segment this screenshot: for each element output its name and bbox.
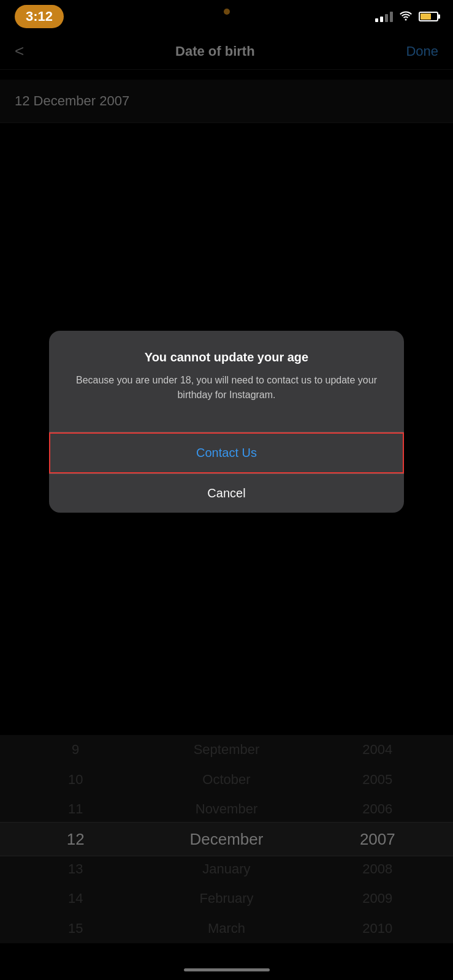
modal-message: Because you are under 18, you will need … [66, 373, 387, 402]
contact-us-button[interactable]: Contact Us [49, 432, 404, 473]
modal-title: You cannot update your age [66, 350, 387, 364]
wifi-icon [399, 10, 413, 24]
modal-body: You cannot update your age Because you a… [49, 331, 404, 417]
status-bar: 3:12 [0, 0, 453, 33]
status-right [375, 10, 438, 24]
cancel-button[interactable]: Cancel [49, 474, 404, 513]
signal-icon [375, 11, 393, 22]
battery-icon [419, 12, 438, 21]
modal-dialog: You cannot update your age Because you a… [49, 331, 404, 513]
status-time: 3:12 [15, 5, 64, 28]
